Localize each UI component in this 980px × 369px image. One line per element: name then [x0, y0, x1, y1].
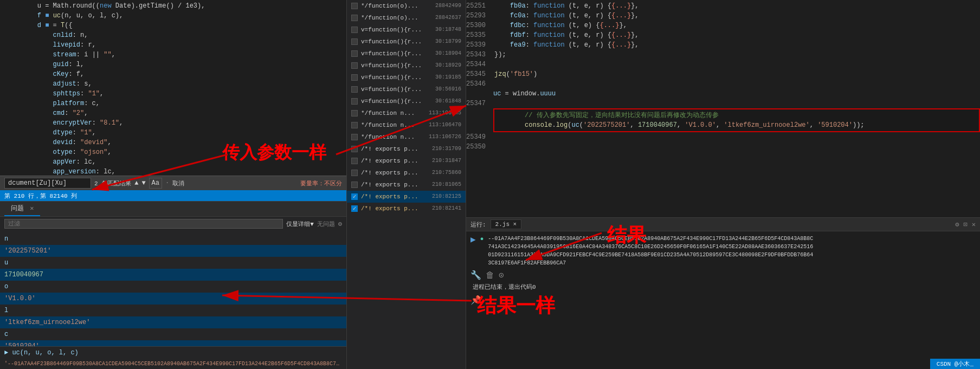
list-item[interactable]: 'ltkef6zm_uirnooel2we' — [0, 316, 346, 328]
list-item[interactable]: v=function(){r... 30:61848 — [347, 95, 466, 107]
code-line: livepid: r, — [0, 40, 346, 50]
list-item[interactable]: v=function(){r... 30:56916 — [347, 83, 466, 95]
code-line: 25344 — [466, 60, 980, 69]
highlight-box: // 传入参数先写固定，逆向结果对比没有问题后再修改为动态传参 console.… — [493, 108, 980, 132]
filter-detail[interactable]: 仅显详细▼ — [286, 220, 314, 228]
list-item[interactable]: ✓ /*! exports p... 210:82125 — [347, 191, 466, 203]
file-checkbox[interactable] — [351, 50, 358, 57]
cursor-position: 第 210 行，第 82140 列 — [4, 192, 77, 200]
list-item[interactable]: /*! exports p... 210:81065 — [347, 179, 466, 191]
list-item[interactable]: '2022575201' — [0, 245, 346, 257]
list-item[interactable]: '5910204' — [0, 340, 346, 346]
file-checkbox[interactable] — [351, 27, 358, 33]
file-checkbox[interactable]: ✓ — [351, 193, 358, 200]
code-line: cKey: f, — [0, 69, 346, 79]
list-item[interactable]: */function n... 113:106445 — [347, 107, 466, 119]
list-item[interactable]: */function(o)... 28842499 — [347, 0, 466, 12]
terminal-tab[interactable]: 2.js × — [491, 219, 522, 229]
list-item[interactable]: v=function(){r... 30:19185 — [347, 72, 466, 83]
code-line: stream: i || "", — [0, 50, 346, 60]
result-line: '--01A7AA4F23B864469F09B530A8CA1CDEA5904… — [0, 359, 346, 369]
file-checkbox[interactable] — [351, 182, 358, 188]
status-bar-left: 第 210 行，第 82140 列 — [0, 190, 346, 201]
list-item[interactable]: u — [0, 257, 346, 269]
search-input[interactable] — [4, 178, 91, 189]
terminal-exit-text: 进程已结束，退出代码0 — [473, 284, 536, 290]
search-count: 2 条匹配结果 — [94, 179, 131, 187]
terminal-line-wrapper: ▶ ● --01A7AA4F23B864469F09B530A8CA1CDEA5… — [470, 235, 976, 267]
file-list[interactable]: */function(o)... 28842499 */function(o).… — [347, 0, 466, 369]
code-line: f ■ uc(n, u, o, l, c), — [0, 11, 346, 21]
file-checkbox[interactable] — [351, 15, 358, 21]
code-editor-left[interactable]: u = Math.round((new Date).getTime() / 1e… — [0, 0, 346, 176]
file-checkbox[interactable] — [351, 146, 358, 152]
problems-list[interactable]: n '2022575201' u 1710040967 o 'V1.0.0' — [0, 231, 346, 346]
tab-close-icon[interactable]: ✕ — [30, 205, 34, 212]
terminal-exit-line: 进程已结束，退出代码0 — [470, 283, 976, 292]
list-item[interactable]: /*! exports p... 210:31847 — [347, 155, 466, 167]
file-checkbox[interactable] — [351, 38, 358, 45]
problems-panel: 问题 ✕ 仅显详细▼ 无问题 ⚙ n '2022575201' — [0, 201, 346, 369]
tab-problems[interactable]: 问题 ✕ — [4, 202, 40, 216]
list-item[interactable]: ✓ /*! exports p... 210:82141 — [347, 203, 466, 215]
list-item[interactable]: c — [0, 328, 346, 340]
list-item[interactable]: */function n... 113:106470 — [347, 119, 466, 131]
terminal-maximize-icon[interactable]: ⊡ — [964, 221, 968, 229]
list-item[interactable]: v=function(){r... 30:18799 — [347, 36, 466, 48]
terminal-settings-icon[interactable]: ⚙ — [955, 221, 959, 229]
file-checkbox[interactable] — [351, 86, 358, 93]
code-line: 25350 — [466, 142, 980, 152]
code-line: devid: "devid", — [0, 138, 346, 147]
list-item[interactable]: 1710040967 — [0, 269, 346, 281]
file-checkbox[interactable] — [351, 134, 358, 140]
status-bar-right: CSDN @小木_ — [930, 359, 980, 369]
file-checkbox[interactable] — [351, 74, 358, 81]
file-checkbox[interactable] — [351, 122, 358, 128]
right-code-editor[interactable]: 25251 fb0a: function (t, e, r) {{...}}, … — [466, 0, 980, 217]
terminal-pin-icon: 📌 — [470, 296, 481, 306]
terminal-content[interactable]: ▶ ● --01A7AA4F23B864469F09B530A8CA1CDEA5… — [466, 231, 980, 369]
file-checkbox[interactable] — [351, 62, 358, 69]
code-line: guid: l, — [0, 60, 346, 69]
list-item[interactable]: l — [0, 305, 346, 316]
code-line: 25345 jzq('fb15') — [466, 69, 980, 79]
list-item[interactable]: */function(o)... 28842637 — [347, 12, 466, 24]
search-bar: 2 条匹配结果 ▲ ▼ Aa · 取消 要量率：不区分 — [0, 176, 346, 190]
code-line: 25343 }); — [466, 50, 980, 60]
file-checkbox[interactable] — [351, 98, 358, 105]
list-item[interactable]: o — [0, 281, 346, 293]
file-checkbox[interactable] — [351, 110, 358, 116]
search-sensitivity: 要量率：不区分 — [300, 179, 342, 187]
code-line: 25251 fb0a: function (t, e, r) {{...}}, — [466, 1, 980, 11]
file-checkbox[interactable] — [351, 158, 358, 164]
list-item[interactable]: */function n... 113:106726 — [347, 131, 466, 143]
list-item[interactable]: /*! exports p... 210:31709 — [347, 143, 466, 155]
aa-button[interactable]: Aa — [149, 178, 162, 189]
nav-down-icon[interactable]: ▼ — [141, 179, 145, 187]
file-checkbox[interactable] — [351, 170, 358, 176]
list-item[interactable]: /*! exports p... 210:75860 — [347, 167, 466, 179]
code-line: console.log(uc('2022575201', 1710040967,… — [498, 120, 976, 130]
filter-input[interactable] — [4, 219, 283, 229]
filter-no-problems[interactable]: 无问题 — [317, 220, 335, 228]
call-line: ► uc(n, u, o, l, c) — [0, 346, 346, 359]
code-line: adjust: s, — [0, 79, 346, 89]
terminal-close-icon[interactable]: ✕ — [972, 221, 976, 229]
file-checkbox[interactable] — [351, 3, 358, 9]
nav-up-icon[interactable]: ▲ — [134, 179, 138, 187]
search-cancel-button[interactable]: 取消 — [172, 179, 184, 187]
terminal-title: 运行: — [470, 221, 486, 229]
list-item[interactable]: n — [0, 233, 346, 245]
list-item[interactable]: v=function(){r... 30:18904 — [347, 48, 466, 60]
code-line: 25335 fdbf: function (t, e, r) {{...}}, — [466, 30, 980, 40]
terminal-trash-icon: 🗑 — [486, 271, 494, 281]
filter-settings-icon[interactable]: ⚙ — [338, 220, 342, 228]
list-item[interactable]: v=function(){r... 30:18748 — [347, 24, 466, 36]
list-item[interactable]: v=function(){r... 30:18929 — [347, 60, 466, 72]
file-checkbox[interactable]: ✓ — [351, 205, 358, 212]
code-line: 25339 fea9: function (t, e, r) {{...}}, — [466, 40, 980, 50]
code-line: 25293 fc0a: function (t, e, r) {{...}}, — [466, 11, 980, 21]
code-line: dtype: "1", — [0, 128, 346, 138]
terminal-wrench-icon: 🔧 — [470, 271, 481, 281]
list-item[interactable]: 'V1.0.0' — [0, 293, 346, 305]
